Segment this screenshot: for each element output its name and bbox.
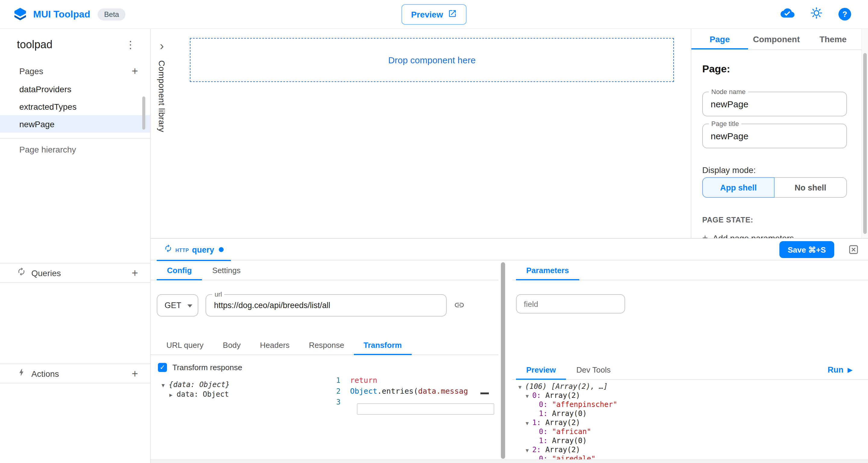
app-bar: MUI Toolpad Beta Preview	[0, 0, 868, 29]
expand-arrow-icon[interactable]: ▼	[518, 383, 525, 392]
queries-icon	[17, 267, 26, 279]
sidebar-item-newpage[interactable]: newPage	[0, 115, 150, 133]
add-action-icon[interactable]: +	[129, 368, 141, 379]
chevron-right-icon: ›	[151, 40, 173, 52]
light-mode-icon[interactable]	[810, 7, 823, 22]
json-tree-row[interactable]: ▼0: Array(2)	[517, 391, 617, 400]
parameters-tabs: Parameters	[513, 260, 868, 280]
http-sync-icon	[164, 244, 173, 255]
transform-code-editor[interactable]: 1 return Object.entries(data.messag 2 3	[320, 375, 498, 459]
node-name-input[interactable]	[711, 92, 837, 116]
json-key: 1:	[539, 409, 552, 418]
toggle-app-shell[interactable]: App shell	[702, 177, 775, 198]
tab-body[interactable]: Body	[213, 335, 250, 354]
tab-component[interactable]: Component	[748, 29, 805, 50]
url-input[interactable]	[214, 295, 440, 316]
json-tree-row[interactable]: ▼(106) [Array(2), …]	[517, 382, 617, 391]
queries-section-header: Queries +	[0, 263, 150, 283]
query-editor-header: HTTP query Save ⌘+S	[151, 239, 868, 260]
query-tab[interactable]: HTTP query	[157, 239, 231, 260]
line-number: 1	[320, 375, 350, 386]
editor-snippet-placeholder[interactable]	[357, 403, 494, 415]
tab-theme[interactable]: Theme	[805, 29, 861, 50]
json-tree-row[interactable]: 0: "african"	[517, 427, 617, 436]
json-tree-row[interactable]: 0: "affenpinscher"	[517, 400, 617, 409]
json-tree-row[interactable]: 1: Array(0)	[517, 409, 617, 419]
editor-cursor-mark	[480, 393, 489, 394]
tab-parameters[interactable]: Parameters	[516, 260, 579, 280]
query-parameters-section: Parameters Preview Dev Tools Run ▶ ▼(106…	[513, 260, 868, 459]
tab-devtools[interactable]: Dev Tools	[566, 360, 621, 379]
add-page-parameters-button[interactable]: + Add page parameters	[702, 233, 794, 238]
preview-button-label: Preview	[411, 10, 443, 19]
json-key: 0:	[532, 391, 545, 400]
preview-json-tree: ▼(106) [Array(2), …] ▼0: Array(2) 0: "af…	[517, 382, 617, 459]
json-tree-row[interactable]: ▼1: Array(2)	[517, 419, 617, 427]
inspector-tabs: Page Component Theme	[691, 29, 861, 50]
json-key: 1:	[532, 419, 545, 427]
save-button[interactable]: Save ⌘+S	[779, 241, 835, 258]
expand-arrow-icon[interactable]: ▼	[526, 392, 532, 401]
json-value: Array(0)	[552, 409, 587, 418]
project-menu-kebab-icon[interactable]: ⋮	[123, 38, 138, 51]
scope-child-row[interactable]: ▶data: Object	[161, 390, 230, 399]
json-value: Array(2)	[545, 419, 580, 427]
json-string: "african"	[552, 427, 591, 436]
inspector-scrollbar-thumb[interactable]	[863, 53, 867, 234]
tab-url-query[interactable]: URL query	[157, 335, 213, 354]
method-select[interactable]: GET	[157, 294, 198, 316]
pages-list-scrollbar[interactable]	[142, 96, 145, 130]
inspector-panel: Page Component Theme Page: Node name Pag…	[691, 29, 861, 238]
horizontal-scrollbar-track[interactable]	[151, 459, 868, 463]
preview-button[interactable]: Preview	[401, 4, 467, 25]
tab-preview[interactable]: Preview	[516, 360, 566, 379]
run-button[interactable]: Run ▶	[828, 360, 868, 379]
tab-config[interactable]: Config	[157, 260, 202, 280]
page-hierarchy-link[interactable]: Page hierarchy	[0, 138, 150, 154]
page-state-label: PAGE STATE:	[702, 216, 753, 224]
cloud-done-icon[interactable]	[781, 6, 795, 22]
page-item-label: dataProviders	[19, 84, 71, 94]
parameter-name-input[interactable]	[517, 295, 624, 313]
page-item-label: extractedTypes	[19, 101, 76, 111]
method-value: GET	[164, 301, 181, 310]
toggle-no-shell[interactable]: No shell	[775, 177, 847, 198]
expand-arrow-icon[interactable]: ▼	[161, 380, 169, 390]
page-title-input[interactable]	[711, 124, 837, 148]
collapse-arrow-icon[interactable]: ▶	[169, 390, 177, 400]
expand-arrow-icon[interactable]: ▼	[526, 419, 532, 428]
beta-badge: Beta	[98, 8, 126, 20]
expand-arrow-icon[interactable]: ▼	[526, 446, 532, 455]
link-icon[interactable]	[454, 300, 465, 313]
add-query-icon[interactable]: +	[129, 267, 141, 278]
checkbox-checked-icon[interactable]: ✓	[158, 363, 167, 372]
add-page-icon[interactable]: +	[129, 66, 141, 76]
query-editor-panel: HTTP query Save ⌘+S Config Settings GET	[151, 238, 868, 463]
json-tree-row[interactable]: 1: Array(0)	[517, 436, 617, 445]
tab-transform[interactable]: Transform	[354, 335, 411, 354]
tab-settings[interactable]: Settings	[202, 260, 251, 280]
json-string: "affenpinscher"	[552, 400, 617, 409]
tab-response[interactable]: Response	[299, 335, 354, 354]
json-key: 0:	[539, 427, 552, 436]
app-window: MUI Toolpad Beta Preview	[0, 0, 868, 463]
tab-page[interactable]: Page	[691, 29, 748, 50]
display-mode-label: Display mode:	[702, 165, 755, 175]
toolpad-logo-icon	[13, 7, 27, 21]
sidebar-item-extractedtypes[interactable]: extractedTypes	[0, 98, 150, 115]
scope-root-label: {data: Object}	[169, 380, 230, 389]
query-name-label: query	[192, 245, 214, 254]
config-section-scrollbar-thumb[interactable]	[501, 262, 505, 459]
json-tree-row[interactable]: ▼2: Array(2)	[517, 445, 617, 455]
help-icon[interactable]: ?	[838, 8, 851, 21]
chevron-down-icon	[187, 304, 192, 307]
json-tree-row[interactable]: 0: "airedale"	[517, 455, 617, 459]
drop-zone[interactable]: Drop component here	[190, 38, 674, 82]
close-panel-icon[interactable]	[849, 245, 858, 254]
transform-response-toggle[interactable]: ✓ Transform response	[158, 363, 242, 372]
component-library-toggle[interactable]: › Component library	[151, 29, 173, 238]
tab-headers[interactable]: Headers	[250, 335, 299, 354]
result-tabs: Preview Dev Tools Run ▶	[513, 360, 868, 380]
scope-root-row[interactable]: ▼{data: Object}	[161, 380, 230, 390]
sidebar-item-dataproviders[interactable]: dataProviders	[0, 80, 150, 98]
